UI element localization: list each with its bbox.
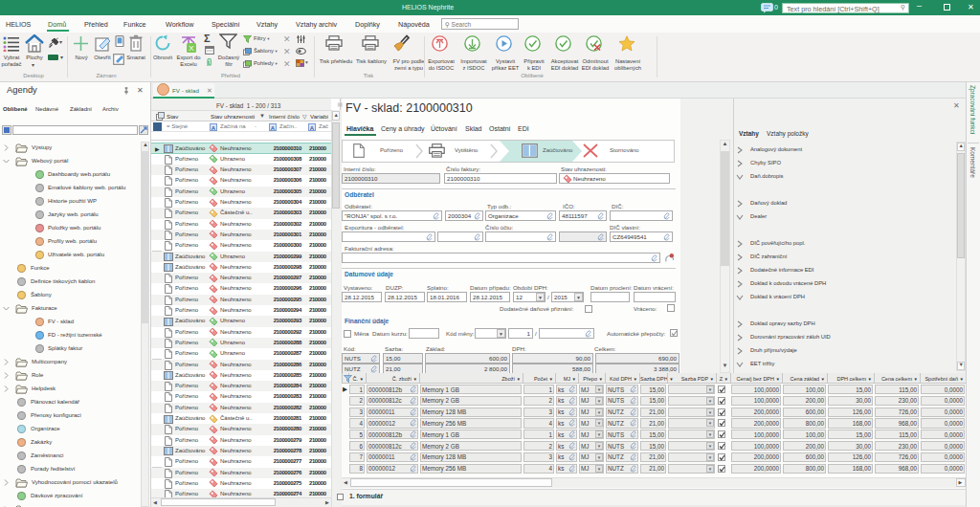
svg-text:X: X <box>189 44 194 53</box>
